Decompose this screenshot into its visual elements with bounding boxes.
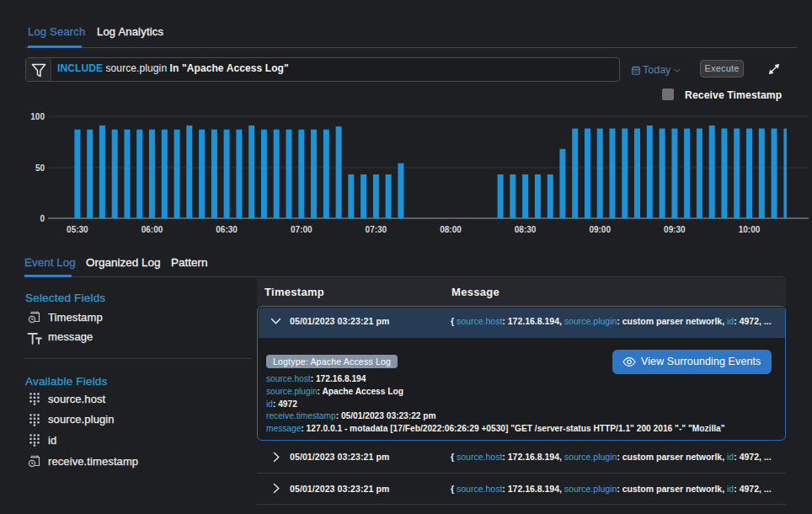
svg-text:08:00: 08:00 xyxy=(440,225,462,234)
svg-text:07:30: 07:30 xyxy=(366,225,387,234)
svg-text:06:30: 06:30 xyxy=(216,225,238,234)
svg-text:09:30: 09:30 xyxy=(664,225,686,234)
svg-text:0: 0 xyxy=(40,214,45,223)
svg-text:09:00: 09:00 xyxy=(589,225,611,234)
svg-text:100: 100 xyxy=(30,112,45,121)
svg-text:10:00: 10:00 xyxy=(739,225,761,234)
svg-text:06:00: 06:00 xyxy=(142,225,163,234)
svg-text:50: 50 xyxy=(35,163,45,173)
svg-text:07:00: 07:00 xyxy=(291,225,313,234)
svg-text:08:30: 08:30 xyxy=(515,225,537,234)
svg-text:05:30: 05:30 xyxy=(67,225,88,234)
